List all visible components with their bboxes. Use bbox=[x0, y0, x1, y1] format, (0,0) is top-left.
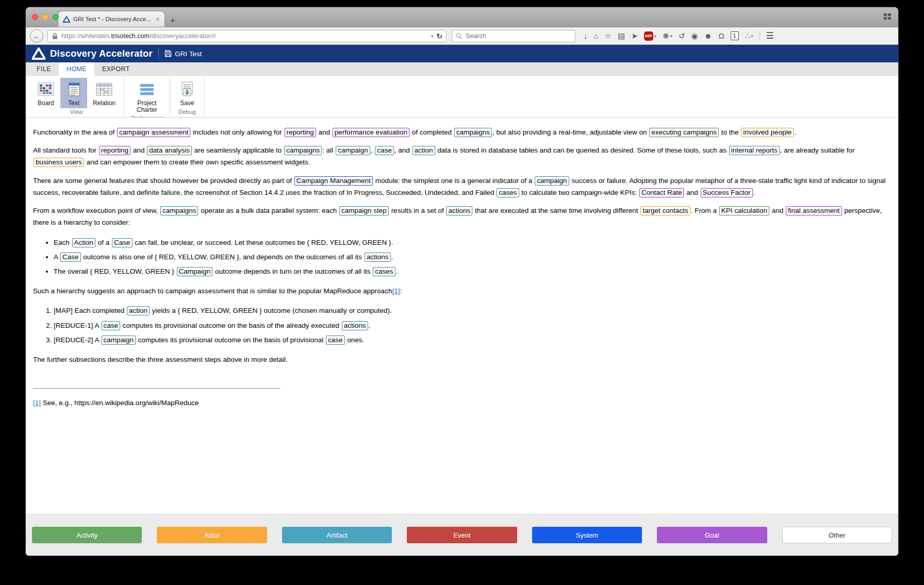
tab-groups-icon[interactable] bbox=[884, 13, 891, 20]
entity-chip-artifact[interactable]: Action bbox=[72, 238, 96, 247]
legend-event-button[interactable]: Event bbox=[407, 527, 517, 543]
entity-chip-artifact[interactable]: internal reports bbox=[729, 146, 780, 155]
globe-edit-icon[interactable]: ◉ bbox=[691, 32, 698, 40]
ribbon-group-debug: Save Debug bbox=[170, 76, 205, 117]
entity-chip-artifact[interactable]: campaign bbox=[336, 146, 370, 155]
save-button[interactable]: Save bbox=[174, 78, 201, 108]
home-icon[interactable]: ⌂ bbox=[594, 32, 599, 40]
paragraph: Such a hierarchy suggests an approach to… bbox=[33, 285, 891, 297]
entity-chip-artifact[interactable]: action bbox=[127, 306, 150, 315]
paragraph: The further subsections describe the thr… bbox=[33, 354, 891, 365]
entity-chip-actor[interactable]: target contacts bbox=[640, 206, 690, 215]
entity-chip-activity[interactable]: executing campaigns bbox=[649, 128, 719, 137]
paragraph: There are some general features that sho… bbox=[33, 175, 891, 198]
dropdown-caret-icon: ▾ bbox=[670, 34, 672, 39]
footnote-link[interactable]: [1] bbox=[33, 399, 41, 407]
download-icon[interactable]: ↓ bbox=[584, 32, 588, 40]
menu-export[interactable]: EXPORT bbox=[94, 62, 138, 76]
url-dropdown-icon[interactable]: ▾ bbox=[431, 34, 433, 39]
ghostery-icon[interactable]: Ω bbox=[718, 32, 724, 40]
entity-chip-artifact[interactable]: actions bbox=[446, 206, 472, 215]
entity-chip-artifact[interactable]: campaigns bbox=[160, 206, 198, 215]
send-icon[interactable]: ➤ bbox=[631, 32, 638, 40]
entity-chip-artifact[interactable]: Case bbox=[60, 253, 81, 262]
window-controls bbox=[32, 14, 59, 20]
tab-count-badge[interactable]: 1 bbox=[731, 31, 739, 40]
entity-chip-artifact[interactable]: cases bbox=[497, 188, 519, 197]
entity-chip-goal[interactable]: final assessment bbox=[786, 206, 842, 215]
footnote-link[interactable]: [1] bbox=[392, 287, 400, 295]
list-item: The overall { RED, YELLOW, GREEN } Campa… bbox=[54, 265, 891, 277]
entity-chip-artifact[interactable]: campaigns bbox=[284, 146, 322, 155]
entity-chip-artifact[interactable]: actions bbox=[365, 253, 391, 262]
legend-system-button[interactable]: System bbox=[532, 527, 642, 543]
tab-close-icon[interactable]: ✕ bbox=[156, 16, 160, 22]
chat-smiley-icon[interactable]: ☻ bbox=[704, 32, 713, 40]
zoom-window-button[interactable] bbox=[53, 14, 59, 20]
bookmark-star-icon[interactable]: ☆ bbox=[605, 32, 612, 40]
browser-tab[interactable]: GRI Test * - Discovery Acce... ✕ bbox=[58, 11, 165, 27]
ribbon-group-label-debug: Debug bbox=[174, 108, 201, 117]
close-window-button[interactable] bbox=[32, 14, 38, 20]
text-document-icon bbox=[65, 80, 82, 98]
entity-chip-artifact[interactable]: campaign bbox=[535, 176, 569, 186]
entity-chip-activity[interactable]: data analysis bbox=[147, 146, 192, 155]
history-icon[interactable]: ↺ bbox=[679, 32, 685, 40]
ribbon-group-view: Board Text bbox=[29, 76, 124, 117]
text-view-button[interactable]: Text bbox=[60, 78, 87, 108]
list-item: [REDUCE-1] A case computes its provision… bbox=[54, 320, 891, 331]
url-text: https://whitestein.trisotech.com/discove… bbox=[61, 32, 216, 40]
entity-chip-artifact[interactable]: action bbox=[412, 146, 435, 155]
project-charter-button[interactable]: Project Charter bbox=[128, 78, 166, 114]
entity-chip-artifact[interactable]: case bbox=[375, 146, 394, 155]
entity-chip-artifact[interactable]: Case bbox=[112, 238, 133, 247]
entity-chip-artifact[interactable]: case bbox=[326, 336, 345, 345]
browser-toolbar-icons: ↓⌂☆▤➤ABP▾❋▾↺◉☻Ω1∴▾ bbox=[584, 31, 753, 41]
new-tab-button[interactable]: + bbox=[165, 14, 180, 27]
entity-chip-goal[interactable]: reporting bbox=[285, 128, 316, 137]
entity-chip-activity[interactable]: KPI calculation bbox=[719, 206, 769, 215]
relation-view-button[interactable]: Relation bbox=[88, 78, 120, 108]
legend-bar: ActivityActorArtifactEventSystemGoalOthe… bbox=[26, 514, 898, 556]
entity-chip-artifact[interactable]: Campaign bbox=[177, 267, 213, 276]
molecule-addon-icon[interactable]: ∴▾ bbox=[745, 32, 753, 40]
menu-hamburger-icon[interactable]: ☰ bbox=[766, 30, 774, 41]
list-item: Each Action of a Case can fail, be uncle… bbox=[54, 237, 891, 248]
entity-chip-actor[interactable]: business users bbox=[34, 158, 84, 167]
reload-icon[interactable]: ↻ bbox=[436, 32, 442, 40]
paragraph: Functionality in the area of campaign as… bbox=[33, 126, 891, 138]
entity-chip-goal[interactable]: reporting bbox=[99, 146, 130, 155]
save-download-icon bbox=[178, 80, 196, 98]
entity-chip-goal[interactable]: Contact Rate bbox=[639, 188, 684, 197]
tab-title: GRI Test * - Discovery Acce... bbox=[73, 16, 153, 22]
legend-other-button[interactable]: Other bbox=[782, 527, 892, 543]
fly-plugin-icon[interactable]: ❋▾ bbox=[663, 32, 672, 40]
entity-chip-artifact[interactable]: case bbox=[102, 321, 121, 330]
browser-nav-bar: ← https://whitestein.trisotech.com/disco… bbox=[26, 27, 898, 45]
entity-chip-artifact[interactable]: campaign bbox=[102, 336, 136, 345]
legend-actor-button[interactable]: Actor bbox=[157, 527, 267, 543]
entity-chip-artifact[interactable]: campaigns bbox=[454, 128, 492, 137]
menu-home[interactable]: HOME bbox=[59, 62, 94, 76]
clipboard-icon[interactable]: ▤ bbox=[618, 32, 625, 40]
entity-chip-artifact[interactable]: campaign step bbox=[339, 206, 389, 215]
entity-chip-artifact[interactable]: actions bbox=[342, 321, 368, 330]
menu-file[interactable]: FILE bbox=[29, 62, 59, 76]
bullet-list: Each Action of a Case can fail, be uncle… bbox=[33, 237, 891, 278]
board-view-button[interactable]: Board bbox=[32, 78, 59, 108]
minimize-window-button[interactable] bbox=[42, 14, 48, 20]
legend-artifact-button[interactable]: Artifact bbox=[282, 527, 392, 543]
url-bar[interactable]: https://whitestein.trisotech.com/discove… bbox=[47, 30, 447, 42]
entity-chip-actor[interactable]: involved people bbox=[741, 128, 794, 137]
entity-chip-goal[interactable]: campaign assessment bbox=[117, 128, 190, 137]
entity-chip-artifact[interactable]: cases bbox=[373, 267, 395, 276]
search-input[interactable] bbox=[465, 32, 554, 40]
entity-chip-system[interactable]: Campaign Management bbox=[294, 176, 373, 186]
adblock-abp-icon[interactable]: ABP▾ bbox=[644, 31, 656, 41]
legend-goal-button[interactable]: Goal bbox=[657, 527, 767, 543]
entity-chip-goal[interactable]: performance evaluation bbox=[333, 128, 409, 137]
entity-chip-goal[interactable]: Success Factor bbox=[701, 188, 753, 197]
search-box[interactable] bbox=[452, 30, 575, 42]
back-button[interactable]: ← bbox=[30, 29, 43, 43]
legend-activity-button[interactable]: Activity bbox=[32, 527, 142, 543]
